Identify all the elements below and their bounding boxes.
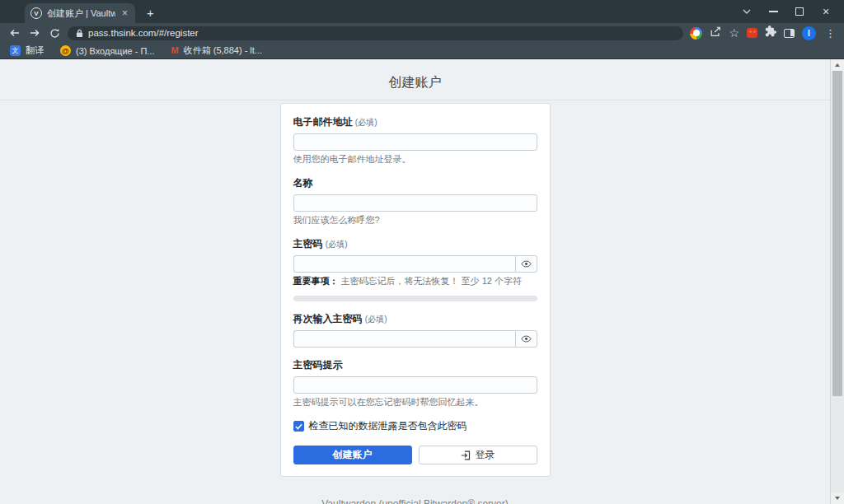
tab-close-icon[interactable]: × <box>120 7 129 19</box>
master-password-required-hint: (必填) <box>326 240 348 249</box>
create-account-button[interactable]: 创建账户 <box>293 446 412 464</box>
password-strength-bar <box>293 296 537 301</box>
gmail-icon: M <box>171 46 179 55</box>
vaultwarden-favicon-icon: V <box>30 7 42 19</box>
confirm-password-input[interactable] <box>293 330 515 348</box>
master-password-field-block: 主密码 (必填) 重要事项： 主密码忘记后，将无法恢复！ 至少 12 个字符 <box>293 237 537 302</box>
bookmark-star-icon[interactable]: ☆ <box>729 27 739 39</box>
web-page: 创建账户 电子邮件地址 (必填) 使用您的电子邮件地址登录。 名称 我们应该怎么… <box>0 59 844 504</box>
footer-server-line: Vaultwarden (unofficial Bitwarden® serve… <box>0 497 830 504</box>
master-password-input[interactable] <box>293 255 515 273</box>
email-label: 电子邮件地址 <box>293 116 353 128</box>
toggle-password-visibility-button[interactable] <box>515 255 537 273</box>
hint-input[interactable] <box>293 376 537 394</box>
google-extension-icon[interactable] <box>690 27 702 40</box>
scroll-up-button[interactable] <box>831 59 844 71</box>
eye-icon <box>521 335 532 343</box>
hint-label: 主密码提示 <box>293 358 537 372</box>
url-text: pass.thsink.com/#/register <box>88 28 199 38</box>
eye-icon <box>521 260 532 268</box>
email-required-hint: (必填) <box>355 118 377 127</box>
reload-icon[interactable] <box>45 24 64 42</box>
browser-toolbar: pass.thsink.com/#/register ☆ I ⋮ <box>0 23 844 43</box>
back-icon[interactable] <box>5 24 25 42</box>
breach-check-checkbox[interactable] <box>293 421 304 432</box>
bookmarks-bar: 文 翻译 @ (3) Входящие - П... M 收件箱 (5,884)… <box>0 43 844 59</box>
title-bar: V 创建账户 | Vaultwarden 网页密 × + × <box>0 0 844 23</box>
name-field-block: 名称 我们应该怎么称呼您? <box>293 176 537 226</box>
vertical-scrollbar[interactable] <box>830 59 844 504</box>
master-password-helper: 主密码忘记后，将无法恢复！ 至少 12 个字符 <box>341 276 522 286</box>
breach-check-label[interactable]: 检查已知的数据泄露是否包含此密码 <box>309 419 467 433</box>
extension-cluster: ☆ I ⋮ <box>690 26 837 40</box>
confirm-password-field-block: 再次输入主密码 (必填) <box>293 312 537 348</box>
extensions-puzzle-icon[interactable] <box>765 26 776 40</box>
register-form-card: 电子邮件地址 (必填) 使用您的电子邮件地址登录。 名称 我们应该怎么称呼您? … <box>280 103 551 477</box>
browser-window: V 创建账户 | Vaultwarden 网页密 × + × pass.thsi… <box>0 0 844 504</box>
page-footer: Vaultwarden (unofficial Bitwarden® serve… <box>0 497 830 504</box>
confirm-password-required-hint: (必填) <box>365 315 387 324</box>
mail-at-icon: @ <box>60 45 71 56</box>
translate-icon: 文 <box>10 45 21 56</box>
login-button-label: 登录 <box>476 448 495 462</box>
login-button[interactable]: 登录 <box>419 446 537 464</box>
tab-search-chevron-icon[interactable] <box>734 0 760 23</box>
tab-title: 创建账户 | Vaultwarden 网页密 <box>47 7 115 20</box>
bookmark-gmail-inbox[interactable]: M 收件箱 (5,884) - lt... <box>171 44 263 57</box>
hint-field-block: 主密码提示 主密码提示可以在您忘记密码时帮您回忆起来。 <box>293 358 537 408</box>
window-controls: × <box>734 0 839 23</box>
forward-icon[interactable] <box>25 24 45 42</box>
bookmark-translate[interactable]: 文 翻译 <box>10 44 44 57</box>
name-helper: 我们应该怎么称呼您? <box>293 215 537 226</box>
minimize-button[interactable] <box>760 0 786 23</box>
chrome-menu-icon[interactable]: ⋮ <box>823 28 837 39</box>
maximize-button[interactable] <box>786 0 813 23</box>
master-password-label: 主密码 <box>293 238 323 250</box>
new-tab-button[interactable]: + <box>143 7 157 19</box>
toggle-confirm-visibility-button[interactable] <box>515 330 537 348</box>
share-icon[interactable] <box>710 26 721 40</box>
browser-tab[interactable]: V 创建账户 | Vaultwarden 网页密 × <box>25 3 135 23</box>
bookmark-mailru-inbox[interactable]: @ (3) Входящие - П... <box>60 45 155 56</box>
confirm-password-label: 再次输入主密码 <box>293 313 363 324</box>
check-icon <box>295 423 302 430</box>
name-label: 名称 <box>293 176 537 190</box>
close-button[interactable]: × <box>813 0 839 23</box>
hint-helper: 主密码提示可以在您忘记密码时帮您回忆起来。 <box>293 397 537 408</box>
breach-check-row: 检查已知的数据泄露是否包含此密码 <box>293 419 537 433</box>
lock-icon <box>76 29 83 38</box>
name-input[interactable] <box>293 194 537 212</box>
page-title: 创建账户 <box>0 59 830 100</box>
master-password-helper-strong: 重要事项： <box>293 276 339 286</box>
email-input[interactable] <box>293 133 537 151</box>
sign-in-icon <box>461 450 471 460</box>
email-field-block: 电子邮件地址 (必填) 使用您的电子邮件地址登录。 <box>293 115 537 166</box>
scrollbar-thumb[interactable] <box>832 71 842 396</box>
profile-avatar[interactable]: I <box>802 26 816 40</box>
red-extension-icon[interactable] <box>747 28 757 38</box>
side-panel-icon[interactable] <box>784 29 795 38</box>
scroll-down-button[interactable] <box>831 492 844 504</box>
email-helper: 使用您的电子邮件地址登录。 <box>293 154 537 166</box>
url-bar[interactable]: pass.thsink.com/#/register <box>68 26 683 40</box>
